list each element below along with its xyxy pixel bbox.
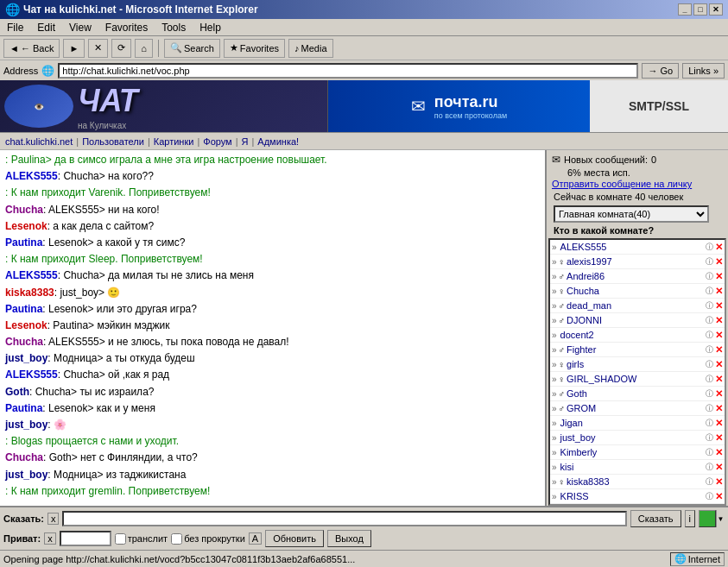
say-input[interactable] [62,511,626,526]
user-remove-button[interactable]: ✕ [715,388,723,400]
user-info-button[interactable]: ⓘ [706,491,713,502]
user-name-link[interactable]: GIRL_SHADOW [567,374,706,384]
chat-username[interactable]: Chucha [5,336,43,348]
user-info-button[interactable]: ⓘ [706,330,713,341]
user-info-button[interactable]: ⓘ [706,315,713,326]
exit-button[interactable]: Выход [327,530,371,547]
links-button[interactable]: Links » [682,63,725,79]
chat-username[interactable]: Goth [5,386,29,398]
nav-admin[interactable]: Админка! [257,136,299,147]
user-info-button[interactable]: ⓘ [706,418,713,429]
translit-checkbox[interactable] [115,533,126,545]
user-remove-button[interactable]: ✕ [715,491,723,502]
menu-view[interactable]: View [66,21,95,35]
user-remove-button[interactable]: ✕ [715,462,723,473]
say-button[interactable]: Сказать [630,510,681,527]
user-name-link[interactable]: DJONNI [567,315,706,325]
chat-username[interactable]: Pautina [5,402,42,414]
user-remove-button[interactable]: ✕ [715,300,723,312]
user-name-link[interactable]: docent2 [560,330,706,340]
user-name-link[interactable]: alexis1997 [567,256,706,267]
minimize-button[interactable]: _ [678,3,692,16]
chat-username[interactable]: just_boy [5,419,47,431]
user-name-link[interactable]: ALEKS555 [560,242,706,252]
user-name-link[interactable]: just_boy [560,432,706,443]
chat-area[interactable]: : Paulina> да в симсо игрaла а мне эта и… [0,150,547,506]
user-info-button[interactable]: ⓘ [706,242,713,253]
room-select[interactable]: Главная комната(40) [554,205,709,223]
menu-favorites[interactable]: Favorites [102,21,151,35]
a-button[interactable]: А [249,532,262,545]
menu-tools[interactable]: Tools [158,21,189,35]
nav-me[interactable]: Я [242,136,249,147]
chat-username[interactable]: Chucha [5,451,43,463]
user-remove-button[interactable]: ✕ [715,315,723,326]
user-remove-button[interactable]: ✕ [715,374,723,385]
privat-input[interactable] [60,531,111,546]
update-button[interactable]: Обновить [265,530,324,547]
user-info-button[interactable]: ⓘ [706,359,713,370]
color-button[interactable] [699,510,716,527]
user-remove-button[interactable]: ✕ [715,256,723,268]
chat-username[interactable]: ALEKS555 [5,170,58,182]
search-button[interactable]: 🔍 Search [164,39,220,58]
user-info-button[interactable]: ⓘ [706,300,713,312]
user-remove-button[interactable]: ✕ [715,271,723,282]
user-name-link[interactable]: kiska8383 [567,476,706,487]
user-name-link[interactable]: Jigan [560,418,706,428]
user-name-link[interactable]: KRISS [560,491,706,501]
chat-username[interactable]: kiska8383 [5,287,54,299]
maximize-button[interactable]: □ [693,3,707,16]
chat-username[interactable]: ALEKS555 [5,369,58,381]
user-list[interactable]: » ALEKS555 ⓘ ✕ » ♀ alexis1997 ⓘ ✕ » ♂ An… [548,238,726,506]
user-info-button[interactable]: ⓘ [706,462,713,473]
user-info-button[interactable]: ⓘ [706,388,713,400]
user-info-button[interactable]: ⓘ [706,286,713,297]
chat-username[interactable]: Pautina [5,303,42,315]
nav-pictures[interactable]: Картинки [154,136,194,147]
close-button[interactable]: ✕ [709,3,723,16]
user-remove-button[interactable]: ✕ [715,344,723,356]
chat-username[interactable]: ALEKS555 [5,269,58,281]
user-name-link[interactable]: dead_man [567,300,706,311]
user-info-button[interactable]: ⓘ [706,432,713,444]
chat-username[interactable]: just_boy [5,469,47,481]
user-name-link[interactable]: Kimberly [560,447,706,457]
user-remove-button[interactable]: ✕ [715,476,723,488]
menu-help[interactable]: Help [196,21,225,35]
address-input[interactable] [58,63,638,79]
chat-username[interactable]: Chucha [5,204,43,216]
user-info-button[interactable]: ⓘ [706,476,713,488]
stop-button[interactable]: ✕ [88,39,108,58]
chat-username[interactable]: Pautina [5,236,42,249]
nav-forum[interactable]: Форум [203,136,231,147]
home-button[interactable]: ⌂ [135,39,153,58]
send-message-link[interactable]: Отправить сообщение на личку [552,179,692,189]
user-name-link[interactable]: kisi [560,462,706,472]
user-remove-button[interactable]: ✕ [715,447,723,458]
user-info-button[interactable]: ⓘ [706,344,713,356]
user-info-button[interactable]: ⓘ [706,374,713,385]
color-arrow-button[interactable]: ▼ [716,510,725,527]
user-name-link[interactable]: Fighter [567,344,706,355]
user-name-link[interactable]: GROM [567,403,706,413]
privat-x-button[interactable]: x [44,532,56,545]
chat-username[interactable]: Lesenok [5,319,47,331]
user-name-link[interactable]: Chucha [567,286,706,296]
favorites-button[interactable]: ★ Favorites [224,39,285,58]
say-x-button[interactable]: x [47,513,60,525]
user-remove-button[interactable]: ✕ [715,418,723,429]
back-button[interactable]: ◄ ← Back [3,39,60,58]
user-remove-button[interactable]: ✕ [715,242,723,253]
chat-username[interactable]: just_boy [5,352,47,364]
refresh-button[interactable]: ⟳ [111,39,131,58]
media-button[interactable]: ♪ Media [288,39,332,58]
user-info-button[interactable]: ⓘ [706,256,713,268]
user-name-link[interactable]: girls [567,359,706,369]
user-remove-button[interactable]: ✕ [715,286,723,297]
user-remove-button[interactable]: ✕ [715,432,723,444]
say-icon-button[interactable]: i [685,510,695,527]
user-name-link[interactable]: Goth [567,388,706,399]
forward-button[interactable]: ► [63,39,85,58]
menu-file[interactable]: File [3,21,27,35]
